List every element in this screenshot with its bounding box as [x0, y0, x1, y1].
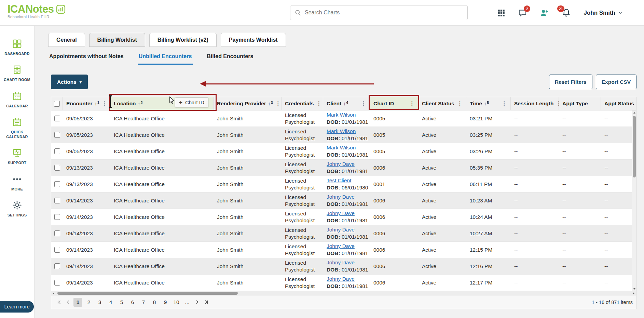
sidebar-item-more[interactable]: MORE: [11, 174, 23, 191]
subtab-appointments-without-notes[interactable]: Appointments without Notes: [48, 49, 125, 65]
pager-last-button[interactable]: [202, 298, 210, 307]
column-header-client[interactable]: Client ↑4 ⋮: [323, 97, 370, 110]
pager-page-10[interactable]: 10: [172, 298, 181, 307]
user-menu[interactable]: John Smith: [584, 10, 623, 16]
select-all-checkbox[interactable]: [54, 101, 60, 107]
provider-cell: John Smith: [214, 258, 282, 274]
scroll-up-arrow[interactable]: [632, 110, 636, 115]
export-csv-button[interactable]: Export CSV: [596, 75, 636, 89]
pager-page-6[interactable]: 6: [128, 298, 137, 307]
messages-icon[interactable]: 2: [518, 8, 527, 17]
row-checkbox[interactable]: [54, 280, 60, 286]
sidebar-item-chart-room[interactable]: CHART ROOM: [4, 65, 30, 82]
column-menu-icon[interactable]: ⋮: [273, 100, 281, 107]
credentials-cell: Licensed Psychologist: [282, 225, 323, 241]
client-link[interactable]: Mark Wilson: [327, 144, 356, 151]
pager-page-5[interactable]: 5: [117, 298, 126, 307]
actions-button[interactable]: Actions ▾: [51, 75, 88, 89]
client-link[interactable]: Johny Dave: [327, 226, 355, 233]
apps-grid-icon[interactable]: [497, 9, 506, 17]
sidebar-item-calendar[interactable]: CALENDAR: [6, 91, 28, 108]
column-header-session-length[interactable]: Session Length ⋮: [511, 97, 559, 110]
appt-status-cell: --: [601, 143, 636, 159]
row-checkbox[interactable]: [54, 247, 60, 253]
row-checkbox[interactable]: [54, 116, 60, 121]
client-link[interactable]: Johny Dave: [327, 259, 355, 266]
tab-billing-worklist[interactable]: Billing Worklist: [89, 33, 145, 47]
notifications-bell-icon[interactable]: 21: [561, 8, 571, 18]
column-header-appt-type[interactable]: Appt Type: [559, 97, 601, 110]
column-header-time[interactable]: Time ↑5 ⋮: [466, 97, 511, 110]
client-link[interactable]: Johny Dave: [327, 194, 355, 200]
pager-page-7[interactable]: 7: [139, 298, 148, 307]
row-checkbox[interactable]: [54, 181, 60, 187]
column-header-rendering-provider[interactable]: Rendering Provider ↑3 ⋮: [214, 97, 282, 110]
add-person-icon[interactable]: [539, 8, 549, 18]
column-menu-icon[interactable]: ⋮: [455, 100, 463, 107]
client-status-cell: Active: [419, 160, 466, 176]
client-link[interactable]: Test Client: [327, 177, 351, 184]
column-menu-icon[interactable]: ⋮: [202, 100, 210, 107]
column-menu-icon[interactable]: ⋮: [99, 100, 107, 107]
learn-more-button[interactable]: Learn more: [0, 301, 34, 313]
row-checkbox[interactable]: [54, 214, 60, 220]
subtab-billed-encounters[interactable]: Billed Encounters: [206, 49, 254, 65]
column-menu-icon[interactable]: ⋮: [314, 100, 321, 107]
column-header-encounter[interactable]: Encounter ↑1 ⋮: [63, 97, 110, 110]
row-checkbox[interactable]: [54, 263, 60, 269]
tab-payments-worklist[interactable]: Payments Worklist: [221, 33, 286, 47]
pager-prev-button[interactable]: [64, 298, 72, 307]
client-link[interactable]: Johny Dave: [327, 161, 355, 168]
column-header-location[interactable]: Location ↑2 ⋮: [110, 97, 214, 110]
client-link[interactable]: Mark Wilson: [327, 128, 356, 135]
sort-asc-icon: ↑5: [484, 101, 489, 106]
tab-billing-worklist-v2[interactable]: Billing Worklist (v2): [149, 33, 217, 47]
horizontal-scrollbar[interactable]: [51, 291, 636, 295]
vertical-scroll-thumb[interactable]: [633, 116, 636, 177]
client-link[interactable]: Johny Dave: [327, 210, 355, 217]
client-link[interactable]: Johny Dave: [327, 276, 355, 282]
client-link[interactable]: Johny Dave: [327, 243, 355, 250]
session-length-cell: --: [511, 258, 559, 274]
location-cell: ICA Healthcare Office: [110, 193, 214, 209]
scroll-down-arrow[interactable]: [632, 287, 636, 291]
sidebar-item-settings[interactable]: SETTINGS: [8, 200, 27, 217]
column-menu-icon[interactable]: ⋮: [358, 100, 366, 107]
client-status-cell: Active: [419, 110, 466, 127]
client-cell: Mark WilsonDOB: 01/01/1981: [323, 110, 370, 127]
sidebar-item-support[interactable]: SUPPORT: [8, 148, 27, 165]
horizontal-scroll-thumb[interactable]: [57, 292, 238, 295]
row-checkbox[interactable]: [54, 198, 60, 203]
pager-page-8[interactable]: 8: [150, 298, 159, 307]
column-header-chart-id[interactable]: Chart ID ⋮: [370, 97, 419, 110]
pager-first-button[interactable]: [55, 298, 64, 307]
row-checkbox[interactable]: [54, 230, 60, 236]
column-menu-icon[interactable]: ⋮: [407, 100, 415, 107]
pager-page-9[interactable]: 9: [161, 298, 170, 307]
pager-page-1[interactable]: 1: [73, 298, 82, 307]
pager-page-2[interactable]: 2: [84, 298, 93, 307]
search-input[interactable]: [305, 10, 463, 16]
row-checkbox[interactable]: [54, 148, 60, 154]
scroll-right-arrow[interactable]: [631, 291, 636, 295]
pager-page-3[interactable]: 3: [95, 298, 104, 307]
column-header-client-status[interactable]: Client Status ⋮: [419, 97, 466, 110]
tab-general[interactable]: General: [48, 33, 85, 47]
reset-filters-button[interactable]: Reset Filters: [549, 75, 592, 89]
sidebar-item-quick-calendar[interactable]: QUICK CALENDAR: [2, 117, 32, 140]
pager-page-4[interactable]: 4: [106, 298, 115, 307]
vertical-scrollbar[interactable]: [632, 110, 636, 291]
client-link[interactable]: Mark Wilson: [327, 111, 356, 118]
row-checkbox[interactable]: [54, 132, 60, 138]
subtab-unbilled-encounters[interactable]: Unbilled Encounters: [138, 49, 193, 65]
row-checkbox[interactable]: [54, 165, 60, 171]
column-header-appt-status[interactable]: Appt Status: [601, 97, 636, 110]
encounter-cell: 09/14/2023: [63, 209, 110, 225]
scroll-left-arrow[interactable]: [51, 291, 56, 295]
column-menu-icon[interactable]: ⋮: [499, 100, 507, 107]
pager-ellipsis[interactable]: ...: [183, 298, 192, 307]
sidebar-item-dashboard[interactable]: DASHBOARD: [4, 39, 29, 56]
column-header-credentials[interactable]: Credentials ⋮: [282, 97, 323, 110]
table-row: 09/14/2023ICA Healthcare OfficeJohn Smit…: [51, 258, 636, 275]
pager-next-button[interactable]: [193, 298, 202, 307]
